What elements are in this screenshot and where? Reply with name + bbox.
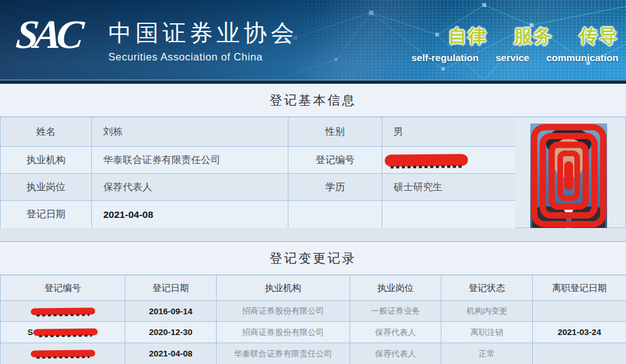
status: 离职注销 — [441, 322, 533, 343]
field-label: 执业机构 — [1, 147, 92, 174]
column-header: 执业机构 — [217, 275, 350, 301]
column-header: 离职登记日期 — [533, 275, 626, 301]
slogans-cn: 自律 服务 传导 — [448, 24, 618, 49]
change-records-table: 登记编号登记日期执业机构执业岗位登记状态离职登记日期2016-09-14招商证券… — [0, 275, 626, 364]
page: SAC 中国证券业协会 Securities Association of Ch… — [0, 0, 626, 364]
org-name: 华泰联合证券有限责任公司 — [217, 343, 350, 364]
slogans-en: self-regulation service communication — [411, 52, 618, 64]
change-records-title-band: 登记变更记录 — [0, 242, 626, 275]
field-label: 性别 — [288, 117, 382, 147]
reg-number-redacted: S — [1, 322, 125, 343]
change-records-title: 登记变更记录 — [270, 250, 356, 267]
field-label: 执业岗位 — [1, 174, 92, 201]
redaction-scribble — [30, 307, 94, 315]
org-name-en: Securities Association of China — [108, 51, 298, 63]
site-header: SAC 中国证券业协会 Securities Association of Ch… — [0, 0, 626, 84]
org-name: 招商证券股份有限公司 — [217, 301, 350, 322]
column-header: 登记日期 — [125, 275, 217, 301]
field-value — [382, 201, 516, 229]
redaction-scribble — [385, 154, 468, 166]
redaction-scribble — [33, 328, 98, 336]
photo-cell — [515, 117, 626, 228]
slogan-self-regulation-cn: 自律 — [448, 24, 487, 49]
field-value: 男 — [382, 117, 516, 147]
org-name-cn: 中国证券业协会 — [108, 18, 298, 49]
field-value: 2021-04-08 — [92, 201, 288, 229]
org-name-block: 中国证券业协会 Securities Association of China — [108, 18, 298, 63]
reg-date: 2016-09-14 — [125, 301, 217, 322]
slogan-service-cn: 服务 — [514, 24, 553, 49]
reg-date: 2020-12-30 — [125, 322, 217, 343]
section-gap — [0, 228, 626, 242]
basic-info-table: 姓名刘栋性别男执业机构华泰联合证券有限责任公司登记编号执业岗位保荐代表人学历硕士… — [0, 117, 515, 229]
id-photo-redacted — [530, 123, 607, 228]
position: 保荐代表人 — [350, 322, 441, 343]
slogan-self-regulation-en: self-regulation — [411, 52, 479, 64]
header-divider — [0, 79, 626, 81]
sac-logo: SAC — [14, 11, 82, 58]
field-label — [288, 201, 382, 229]
redaction-scribble-core — [564, 161, 573, 190]
leave-date — [533, 343, 626, 364]
slogan-communication-cn: 传导 — [579, 24, 618, 49]
reg-number-visible-prefix: S — [28, 327, 33, 337]
field-value: 刘栋 — [92, 117, 288, 147]
leave-date: 2021-03-24 — [533, 322, 626, 343]
column-header: 登记编号 — [1, 275, 125, 301]
org-name: 招商证券股份有限公司 — [217, 322, 350, 343]
field-value: 硕士研究生 — [382, 174, 516, 201]
status: 正常 — [441, 343, 533, 364]
redaction-scribble — [30, 350, 94, 357]
reg-number-redacted — [1, 343, 125, 364]
reg-date: 2021-04-08 — [125, 343, 217, 364]
field-label: 学历 — [288, 174, 382, 201]
column-header: 登记状态 — [441, 275, 533, 301]
slogan-communication-en: communication — [546, 52, 618, 64]
position: 保荐代表人 — [350, 343, 441, 364]
basic-info-title: 登记基本信息 — [270, 92, 356, 109]
reg-number-redacted — [1, 301, 125, 322]
field-value: 华泰联合证券有限责任公司 — [92, 147, 288, 174]
field-value-redacted — [382, 147, 516, 174]
field-label: 登记日期 — [1, 201, 92, 229]
position: 一般证券业务 — [350, 301, 441, 322]
field-label: 登记编号 — [288, 147, 382, 174]
basic-info-title-band: 登记基本信息 — [0, 84, 626, 117]
status: 机构内变更 — [441, 301, 533, 322]
field-value: 保荐代表人 — [92, 174, 288, 201]
column-header: 执业岗位 — [350, 275, 441, 301]
slogan-service-en: service — [496, 52, 529, 64]
slogan-block: 自律 服务 传导 self-regulation service communi… — [411, 24, 618, 64]
field-label: 姓名 — [1, 117, 92, 147]
leave-date — [533, 301, 626, 322]
